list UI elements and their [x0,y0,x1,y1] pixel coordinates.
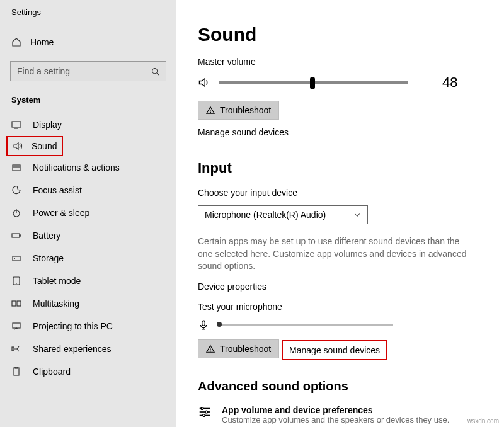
sidebar-item-label: Clipboard [33,367,71,377]
tablet-icon [11,276,21,286]
sidebar-item-label: Sound [32,141,57,151]
choose-input-label: Choose your input device [198,188,483,198]
storage-icon [11,253,21,263]
manage-devices-output-link[interactable]: Manage sound devices [198,127,483,137]
svg-point-24 [210,351,211,351]
microphone-icon [198,319,209,331]
display-icon [11,120,21,130]
search-input[interactable]: Find a setting [10,61,166,81]
page-title: Sound [198,24,483,45]
main-content: Sound Master volume 48 Troubleshoot Mana… [176,0,504,427]
power-icon [11,208,21,218]
focus-assist-icon [11,185,21,195]
troubleshoot-label: Troubleshoot [220,105,271,115]
search-placeholder: Find a setting [17,66,70,76]
svg-point-0 [152,68,158,73]
slider-thumb[interactable] [310,77,315,89]
search-icon [151,67,159,76]
projecting-icon [11,321,21,331]
notifications-icon [11,162,21,173]
volume-value: 48 [442,74,457,91]
sidebar-item-tablet-mode[interactable]: Tablet mode [0,270,176,292]
app-volume-title: App volume and device preferences [222,405,449,415]
svg-rect-18 [14,368,19,375]
input-device-dropdown[interactable]: Microphone (Realtek(R) Audio) [198,205,368,224]
svg-rect-2 [12,122,21,127]
sliders-icon [198,405,212,419]
home-nav[interactable]: Home [0,33,176,51]
sidebar-item-clipboard[interactable]: Clipboard [0,360,176,383]
sidebar-item-power-sleep[interactable]: Power & sleep [0,202,176,224]
svg-rect-15 [17,301,21,306]
mic-level-bar [217,324,393,326]
app-volume-sub: Customize app volumes and the speakers o… [222,415,449,424]
master-volume-label: Master volume [198,57,483,67]
battery-icon [11,231,21,241]
svg-rect-17 [12,347,14,351]
sound-icon [13,141,23,151]
sidebar-item-shared-experiences[interactable]: Shared experiences [0,338,176,360]
troubleshoot-input-button[interactable]: Troubleshoot [198,339,279,358]
sidebar-item-display[interactable]: Display [0,113,176,136]
sidebar-item-projecting[interactable]: Projecting to this PC [0,315,176,338]
sidebar-item-label: Battery [33,231,60,241]
svg-rect-4 [13,165,20,171]
troubleshoot-label: Troubleshoot [220,344,271,354]
volume-slider[interactable] [219,81,408,84]
svg-rect-9 [20,235,21,236]
warning-icon [206,344,215,353]
sidebar-item-label: Storage [33,253,64,263]
sidebar-item-storage[interactable]: Storage [0,247,176,270]
svg-line-1 [157,72,159,74]
sidebar-item-label: Focus assist [33,185,82,195]
input-device-selected: Microphone (Realtek(R) Audio) [205,210,326,220]
chevron-down-icon [353,211,361,219]
sidebar-item-sound[interactable]: Sound [6,136,63,156]
sidebar-item-focus-assist[interactable]: Focus assist [0,179,176,202]
mic-level-indicator [217,322,222,327]
sidebar-item-notifications[interactable]: Notifications & actions [0,156,176,179]
sidebar-item-label: Shared experiences [33,344,112,354]
home-label: Home [30,37,54,47]
app-title: Settings [0,8,176,17]
svg-rect-22 [202,321,205,326]
home-icon [11,37,21,47]
svg-rect-14 [12,301,16,306]
sidebar: Settings Home Find a setting System Disp… [0,0,176,427]
svg-rect-10 [13,256,20,261]
speaker-icon [198,76,210,89]
sidebar-item-label: Projecting to this PC [33,321,113,331]
sidebar-item-multitasking[interactable]: Multitasking [0,292,176,315]
input-hint: Certain apps may be set up to use differ… [198,236,469,273]
sidebar-item-label: Multitasking [33,299,79,309]
sidebar-item-label: Tablet mode [33,276,81,286]
watermark: wsxdn.com [467,418,499,424]
sidebar-item-label: Notifications & actions [33,162,120,173]
svg-point-30 [203,414,205,416]
svg-point-29 [205,411,208,413]
svg-point-11 [14,258,15,259]
input-heading: Input [198,160,483,176]
troubleshoot-output-button[interactable]: Troubleshoot [198,101,279,120]
svg-rect-8 [12,234,20,237]
sidebar-item-label: Display [33,120,62,130]
manage-devices-input-link[interactable]: Manage sound devices [282,340,387,360]
svg-rect-16 [13,323,20,328]
test-mic-label: Test your microphone [198,302,483,312]
app-volume-row[interactable]: App volume and device preferences Custom… [198,405,483,424]
shared-icon [11,344,21,354]
clipboard-icon [11,367,21,377]
advanced-heading: Advanced sound options [198,379,483,394]
device-properties-link[interactable]: Device properties [198,282,483,292]
multitasking-icon [11,299,21,309]
svg-point-28 [201,407,203,409]
svg-point-21 [210,112,211,113]
sidebar-item-battery[interactable]: Battery [0,224,176,247]
warning-icon [206,106,215,115]
sidebar-item-label: Power & sleep [33,208,89,218]
section-header: System [0,93,176,113]
